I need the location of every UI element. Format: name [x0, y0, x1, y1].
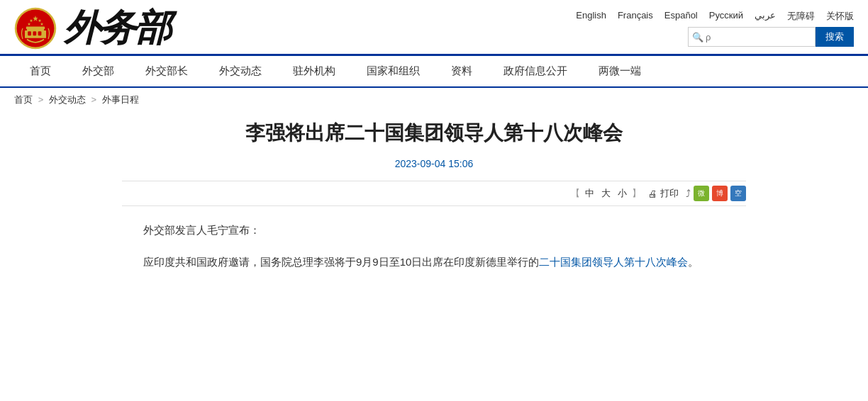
article-container: 李强将出席二十国集团领导人第十八次峰会 2023-09-04 15:06 【 中…: [79, 112, 789, 305]
breadcrumb-sep-2: >: [91, 94, 99, 105]
svg-rect-6: [33, 31, 36, 35]
nav-link-social[interactable]: 两微一端: [583, 56, 657, 86]
nav-link-resources[interactable]: 资料: [435, 56, 488, 86]
print-button[interactable]: 🖨 打印: [648, 187, 679, 200]
lang-link-care[interactable]: 关怀版: [826, 10, 854, 23]
lang-link-arabic[interactable]: عربي: [755, 10, 776, 23]
lang-link-russian[interactable]: Русский: [709, 10, 743, 23]
kongjian-share-icon[interactable]: 空: [730, 186, 746, 201]
nav-item-minister: 外交部长: [130, 56, 204, 86]
nav-link-openinfo[interactable]: 政府信息公开: [488, 56, 583, 86]
search-button[interactable]: 搜索: [816, 27, 854, 47]
article-toolbar: 【 中 大 小 】 🖨 打印 ⤴ 微 博 空: [122, 181, 746, 206]
nav-item-mfa: 外交部: [67, 56, 130, 86]
search-input[interactable]: [688, 27, 816, 47]
article-title: 李强将出席二十国集团领导人第十八次峰会: [122, 119, 746, 147]
lang-link-accessible[interactable]: 无障碍: [787, 10, 815, 23]
paragraph-2-highlight: 二十国集团领导人第十八次峰会: [539, 256, 688, 268]
nav-link-home[interactable]: 首页: [14, 56, 67, 86]
article-paragraph-1: 外交部发言人毛宁宣布：: [122, 220, 746, 241]
nav-item-countries: 国家和组织: [351, 56, 435, 86]
logo-area: 外务部: [14, 7, 170, 50]
search-row: 🔍 搜索: [688, 27, 854, 47]
breadcrumb: 首页 > 外交动态 > 外事日程: [0, 88, 868, 112]
language-links: English Français Español Русский عربي 无障…: [576, 10, 854, 23]
nav-link-missions[interactable]: 驻外机构: [277, 56, 351, 86]
national-emblem: [14, 7, 57, 50]
nav-list: 首页 外交部 外交部长 外交动态 驻外机构 国家和组织 资料 政府信息公开 两微…: [14, 56, 854, 86]
printer-icon: 🖨: [648, 188, 657, 199]
nav-item-diplomacy: 外交动态: [204, 56, 277, 86]
svg-rect-7: [38, 31, 42, 35]
font-size-controls: 【 中 大 小 】: [571, 187, 641, 200]
svg-rect-4: [26, 27, 45, 30]
font-size-zhong[interactable]: 中: [583, 187, 596, 200]
lang-link-french[interactable]: Français: [618, 10, 653, 23]
share-generic-icon[interactable]: ⤴: [686, 188, 691, 199]
nav-link-countries[interactable]: 国家和组织: [351, 56, 435, 86]
search-magnifier-icon: 🔍: [692, 32, 703, 43]
nav-item-missions: 驻外机构: [277, 56, 351, 86]
print-label: 打印: [660, 187, 679, 200]
nav-item-openinfo: 政府信息公开: [488, 56, 583, 86]
breadcrumb-sep-1: >: [38, 94, 46, 105]
lang-search-area: English Français Español Русский عربي 无障…: [576, 10, 854, 47]
article-body: 外交部发言人毛宁宣布： 应印度共和国政府邀请，国务院总理李强将于9月9日至10日…: [122, 220, 746, 272]
share-icons: ⤴ 微 博 空: [686, 186, 746, 201]
lang-link-english[interactable]: English: [576, 10, 606, 23]
article-date: 2023-09-04 15:06: [122, 158, 746, 169]
nav-item-social: 两微一端: [583, 56, 657, 86]
bracket-open: 【: [571, 187, 580, 200]
breadcrumb-diplomacy[interactable]: 外交动态: [49, 94, 86, 105]
nav-item-resources: 资料: [435, 56, 488, 86]
ministry-calligraphy: 外务部: [64, 10, 170, 47]
bracket-close: 】: [632, 187, 641, 200]
lang-link-spanish[interactable]: Español: [664, 10, 698, 23]
nav-link-diplomacy[interactable]: 外交动态: [204, 56, 277, 86]
font-size-xiao[interactable]: 小: [616, 187, 629, 200]
article-paragraph-2: 应印度共和国政府邀请，国务院总理李强将于9月9日至10日出席在印度新德里举行的二…: [122, 252, 746, 273]
breadcrumb-home[interactable]: 首页: [14, 94, 33, 105]
wechat-share-icon[interactable]: 微: [694, 186, 709, 201]
breadcrumb-schedule[interactable]: 外事日程: [102, 94, 139, 105]
weibo-share-icon[interactable]: 博: [712, 186, 728, 201]
font-size-da[interactable]: 大: [599, 187, 613, 200]
paragraph-2-prefix: 应印度共和国政府邀请，国务院总理李强将于9月9日至10日出席在印度新德里举行的: [143, 256, 539, 268]
search-field-wrapper: 🔍: [688, 27, 816, 47]
nav-link-minister[interactable]: 外交部长: [130, 56, 204, 86]
header: 外务部 English Français Español Русский عرب…: [0, 0, 868, 54]
nav-link-mfa[interactable]: 外交部: [67, 56, 130, 86]
main-navigation: 首页 外交部 外交部长 外交动态 驻外机构 国家和组织 资料 政府信息公开 两微…: [0, 56, 868, 88]
paragraph-2-suffix: 。: [688, 256, 699, 268]
svg-rect-5: [28, 31, 31, 35]
nav-item-home: 首页: [14, 56, 67, 86]
